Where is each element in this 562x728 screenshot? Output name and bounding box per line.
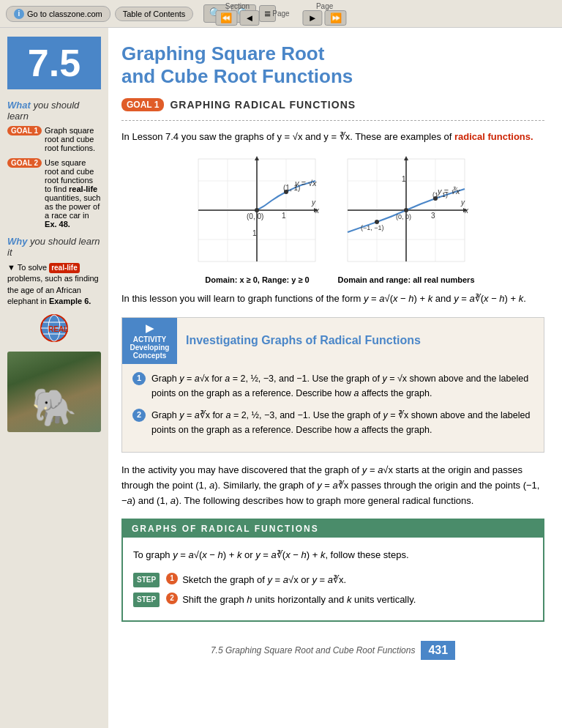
graph1-svg: y x y = √x (0, 0) (1, 1) 1 1 — [191, 155, 323, 269]
svg-text:(0, 0): (0, 0) — [247, 212, 263, 220]
activity-label: ▶ ACTIVITY Developing Concepts — [122, 318, 177, 364]
goal1-section: GOAL 1 Graphing Radical Functions — [121, 98, 544, 111]
svg-text:(1, 1): (1, 1) — [283, 184, 300, 192]
step1-text: Sketch the graph of y = a√x or y = a∛x. — [182, 571, 346, 588]
goal1-section-title: Graphing Radical Functions — [170, 99, 356, 111]
play-icon: ▶ — [146, 322, 154, 334]
goal1-item: GOAL 1 Graph square root and cube root f… — [7, 126, 101, 152]
activity-box: ▶ ACTIVITY Developing Concepts Investiga… — [121, 317, 544, 453]
goal1-badge: GOAL 1 — [7, 126, 42, 135]
svg-text:1: 1 — [282, 212, 286, 220]
activity-concepts: Concepts — [133, 352, 167, 360]
activity-text2: Graph y = a∛x for a = 2, ½, −3, and −1. … — [151, 408, 533, 437]
activity-developing: Developing — [130, 343, 170, 352]
step1-num: 1 — [166, 573, 178, 584]
svg-text:y: y — [311, 198, 316, 207]
activity-header: ▶ ACTIVITY Developing Concepts Investiga… — [122, 318, 544, 364]
goal2-item: GOAL 2 Use square root and cube root fun… — [7, 158, 101, 229]
svg-text:x: x — [464, 207, 469, 215]
graph1-caption: Domain: x ≥ 0, Range: y ≥ 0 — [191, 275, 323, 284]
step1-badge: STEP — [133, 573, 160, 587]
svg-text:(0, 0): (0, 0) — [396, 213, 411, 220]
step2-badge: STEP — [133, 593, 160, 607]
svg-text:REAL: REAL — [48, 325, 68, 333]
svg-marker-36 — [404, 156, 408, 160]
why-text: ▼ To solve real-life problems, such as f… — [7, 262, 101, 308]
activity-content: 1 Graph y = a√x for a = 2, ½, −3, and −1… — [122, 364, 544, 452]
svg-point-40 — [404, 208, 408, 212]
page-label2: Page — [303, 2, 347, 10]
info-icon: i — [14, 9, 24, 19]
graph1-container: y x y = √x (0, 0) (1, 1) 1 1 Domain: x ≥… — [191, 155, 323, 284]
svg-text:1: 1 — [402, 175, 406, 183]
why-learn-title: Why you should learn it — [7, 236, 101, 258]
graphs-row: y x y = √x (0, 0) (1, 1) 1 1 Domain: x ≥… — [121, 155, 544, 284]
toolbar: i Go to classzone.com Table of Contents … — [0, 0, 562, 28]
svg-text:(1, 1): (1, 1) — [432, 191, 448, 198]
goal1-section-badge: GOAL 1 — [121, 98, 164, 111]
step1-row: STEP 1 Sketch the graph of y = a√x or y … — [133, 571, 533, 588]
next-section-button[interactable]: ⏩ — [325, 10, 347, 26]
graph2-svg: y x y = ∛x (0, 0) (1, 1) (−1, −1) 3 1 — [340, 155, 472, 269]
graphs-box-intro: To graph y = a√(x − h) + k or y = a∛(x −… — [133, 546, 533, 563]
main-content: Graphing Square Root and Cube Root Funct… — [108, 28, 562, 728]
svg-text:3: 3 — [431, 212, 435, 220]
activity-word: ACTIVITY — [133, 335, 167, 343]
goal2-text: Use square root and cube root functions … — [45, 158, 101, 229]
svg-text:x: x — [315, 207, 320, 215]
summary-text: In the activity you may have discovered … — [121, 463, 544, 508]
forward-button[interactable]: ► — [303, 10, 323, 26]
toc-label: Table of Contents — [123, 10, 186, 18]
activity-text1: Graph y = a√x for a = 2, ½, −3, and −1. … — [151, 371, 533, 401]
graph2-container: y x y = ∛x (0, 0) (1, 1) (−1, −1) 3 1 — [337, 155, 474, 284]
activity-num1: 1 — [132, 372, 146, 385]
goal1-text: Graph square root and cube root function… — [45, 126, 101, 152]
classzone-label: Go to classzone.com — [27, 10, 102, 18]
svg-text:y: y — [460, 198, 465, 207]
graphs-of-radical-functions-box: GRAPHS OF RADICAL FUNCTIONS To graph y =… — [121, 519, 544, 621]
svg-text:1: 1 — [252, 229, 257, 237]
classzone-button[interactable]: i Go to classzone.com — [6, 6, 110, 22]
section-label: Section — [215, 2, 259, 10]
activity-title-area: Investigating Graphs of Radical Function… — [177, 318, 430, 364]
intro-text: In Lesson 7.4 you saw the graphs of y = … — [121, 130, 544, 145]
page-number: 431 — [421, 641, 455, 660]
step2-row: STEP 2 Shift the graph h units horizonta… — [133, 591, 533, 608]
goal-divider — [121, 120, 544, 121]
lesson-number: 7.5 — [7, 37, 101, 89]
main-layout: 7.5 What you should learn GOAL 1 Graph s… — [0, 28, 562, 728]
sidebar: 7.5 What you should learn GOAL 1 Graph s… — [0, 28, 108, 728]
back-button[interactable]: ◄ — [239, 10, 259, 26]
page-title: Graphing Square Root and Cube Root Funct… — [121, 42, 544, 88]
activity-title: Investigating Graphs of Radical Function… — [186, 334, 421, 347]
goal2-badge: GOAL 2 — [7, 158, 42, 168]
step2-num: 2 — [166, 593, 178, 604]
svg-marker-16 — [255, 156, 259, 160]
real-life-badge: real-life — [49, 263, 80, 273]
elephant-image — [7, 352, 101, 432]
radical-functions-text: radical functions. — [454, 131, 533, 142]
activity-item2: 2 Graph y = a∛x for a = 2, ½, −3, and −1… — [132, 408, 533, 437]
real-life-globe: REAL — [7, 313, 101, 346]
page-label-top: Page — [272, 10, 289, 18]
toc-button[interactable]: Table of Contents — [115, 7, 194, 21]
graphs-box-header: GRAPHS OF RADICAL FUNCTIONS — [123, 520, 543, 538]
what-learn-title: What you should learn — [7, 100, 101, 122]
prev-section-button[interactable]: ⏪ — [215, 10, 237, 26]
svg-text:(−1, −1): (−1, −1) — [361, 224, 384, 231]
footer-text: 7.5 Graphing Square Root and Cube Root F… — [211, 645, 416, 655]
graphs-box-content: To graph y = a√(x − h) + k or y = a∛(x −… — [123, 538, 543, 620]
body-text1: In this lesson you will learn to graph f… — [121, 291, 544, 307]
page-footer: 7.5 Graphing Square Root and Cube Root F… — [121, 634, 544, 667]
graph2-caption: Domain and range: all real numbers — [337, 275, 474, 284]
activity-item1: 1 Graph y = a√x for a = 2, ½, −3, and −1… — [132, 371, 533, 401]
step2-text: Shift the graph h units horizontally and… — [182, 591, 416, 608]
activity-num2: 2 — [132, 409, 146, 422]
